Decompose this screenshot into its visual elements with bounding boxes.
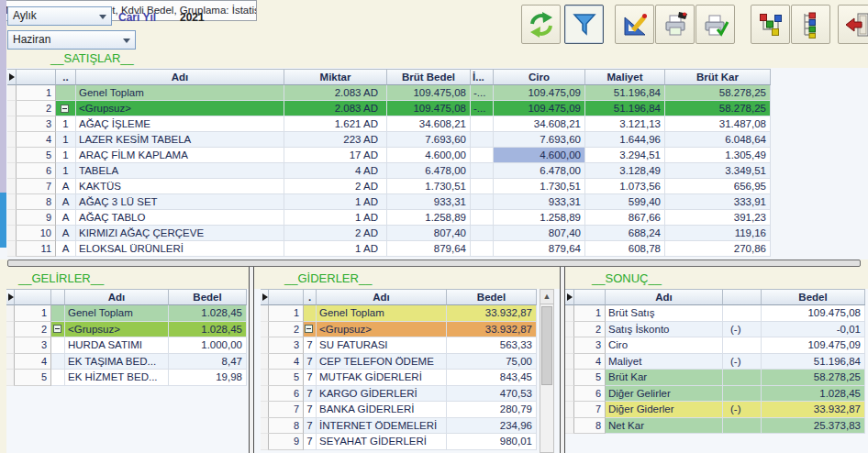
filter-button[interactable] — [564, 5, 604, 44]
report-design-button[interactable] — [615, 5, 654, 44]
quantity-cell[interactable]: 2.083 AD — [284, 85, 387, 101]
collapse-icon[interactable] — [305, 325, 313, 333]
ciro-cell[interactable]: 807,40 — [494, 226, 585, 241]
group-code-cell[interactable]: 7 — [304, 337, 317, 354]
column-header-bedel[interactable]: Bedel — [169, 289, 247, 305]
name-cell[interactable]: Diğer Giderler — [606, 402, 723, 418]
name-cell[interactable]: Satış İskonto — [606, 322, 723, 338]
table-row[interactable]: 5 1 ARAÇ FİLM KAPLAMA 17 AD 4.600,00 4.6… — [7, 148, 771, 163]
amount-cell[interactable]: 51.196,84 — [762, 354, 865, 370]
gross-cell[interactable]: 4.600,00 — [387, 148, 471, 163]
column-header-istatistik[interactable]: İ... — [471, 69, 494, 85]
group-code-cell[interactable]: A — [56, 179, 76, 194]
group-code-cell[interactable]: A — [56, 210, 76, 226]
amount-cell[interactable]: 33.932,87 — [447, 322, 537, 338]
tree-list-view-button[interactable] — [791, 5, 830, 44]
quantity-cell[interactable]: 1.621 AD — [284, 116, 387, 132]
row-number[interactable]: 4 — [574, 354, 606, 370]
print-export-button[interactable] — [655, 5, 695, 44]
gross-cell[interactable]: 109.475,08 — [387, 85, 471, 101]
table-row[interactable]: 10 A KIRMIZI AĞAÇ ÇERÇEVE 2 AD 807,40 80… — [7, 226, 771, 241]
gross-cell[interactable]: 6.478,00 — [387, 163, 471, 179]
row-number[interactable]: 4 — [15, 354, 51, 370]
istatistik-cell[interactable] — [471, 148, 494, 163]
amount-cell[interactable]: 1.000,00 — [169, 337, 247, 354]
expenses-vertical-scrollbar[interactable]: ▲ — [540, 289, 554, 453]
sign-cell[interactable] — [723, 370, 762, 386]
name-cell[interactable]: Maliyet — [606, 354, 723, 370]
ciro-cell[interactable]: 879,64 — [494, 241, 585, 257]
table-row[interactable]: 4 Maliyet (-) 51.196,84 — [565, 354, 865, 370]
group-code-cell[interactable]: A — [56, 241, 76, 257]
row-number[interactable]: 3 — [269, 337, 304, 354]
ciro-cell[interactable]: 1.258,89 — [494, 210, 585, 226]
istatistik-cell[interactable] — [471, 226, 494, 241]
column-header-rownum[interactable] — [574, 289, 606, 305]
table-row[interactable]: 1 Genel Toplam 1.028,45 — [6, 305, 247, 322]
quantity-cell[interactable]: 17 AD — [284, 148, 387, 163]
column-header-miktar[interactable]: Miktar — [284, 69, 387, 85]
cost-cell[interactable]: 688,24 — [585, 226, 665, 241]
expand-cell[interactable] — [51, 354, 65, 370]
expand-cell[interactable] — [51, 337, 65, 354]
name-cell[interactable]: Genel Toplam — [76, 85, 284, 101]
table-row[interactable]: 3 HURDA SATIMI 1.000,00 — [6, 337, 247, 354]
table-row[interactable]: 8 7 İNTERNET ÖDEMELERİ 234,96 — [261, 418, 537, 435]
profit-cell[interactable]: 391,23 — [665, 210, 771, 226]
table-row[interactable]: 8 Net Kar 25.373,83 — [565, 418, 865, 435]
name-cell[interactable]: Diğer Gelirler — [606, 386, 723, 403]
row-number[interactable]: 9 — [17, 210, 56, 226]
row-number[interactable]: 2 — [17, 101, 56, 116]
profit-cell[interactable]: 3.349,51 — [665, 163, 771, 179]
istatistik-cell[interactable]: -... — [471, 101, 494, 116]
ciro-cell[interactable]: 109.475,09 — [494, 101, 585, 116]
row-number[interactable]: 3 — [15, 337, 51, 354]
name-cell[interactable]: ELOKSAL ÜRÜNLERİ — [76, 241, 284, 257]
row-number[interactable]: 3 — [574, 337, 606, 354]
cost-cell[interactable]: 608,78 — [585, 241, 665, 257]
hierarchy-view-button[interactable] — [751, 5, 790, 44]
ciro-cell[interactable]: 109.475,09 — [494, 85, 585, 101]
scroll-up-icon[interactable]: ▲ — [540, 290, 553, 304]
table-row[interactable]: 1 Genel Toplam 33.932,87 — [261, 305, 537, 322]
collapse-icon[interactable] — [53, 325, 61, 333]
panel-splitter[interactable] — [560, 267, 565, 453]
amount-cell[interactable]: 19,98 — [169, 370, 247, 386]
amount-cell[interactable]: 470,53 — [447, 386, 537, 403]
group-code-cell[interactable] — [56, 85, 76, 101]
row-number[interactable]: 10 — [17, 226, 56, 241]
row-number[interactable]: 4 — [17, 132, 56, 148]
gross-cell[interactable]: 933,31 — [387, 194, 471, 210]
column-header-brut-kar[interactable]: Brüt Kar — [665, 69, 771, 85]
name-cell[interactable]: SU FATURASI — [317, 337, 447, 354]
row-number[interactable]: 1 — [15, 305, 51, 322]
table-row[interactable]: 7 Diğer Giderler (-) 33.932,87 — [565, 402, 865, 418]
amount-cell[interactable]: 1.028,45 — [169, 322, 247, 338]
column-header-rownum[interactable] — [269, 289, 304, 305]
group-code-cell[interactable]: 7 — [304, 386, 317, 403]
cost-cell[interactable]: 599,40 — [585, 194, 665, 210]
table-row[interactable]: 5 7 MUTFAK GİDERLERİ 843,45 — [261, 370, 537, 386]
name-cell[interactable]: CEP TELEFON ÖDEME — [317, 354, 447, 370]
cost-cell[interactable]: 51.196,84 — [585, 101, 665, 116]
sign-cell[interactable] — [723, 418, 762, 435]
istatistik-cell[interactable] — [471, 179, 494, 194]
month-select[interactable]: Haziran — [7, 30, 136, 50]
row-number[interactable]: 3 — [17, 116, 56, 132]
cost-cell[interactable]: 3.128,49 — [585, 163, 665, 179]
amount-cell[interactable]: 1.028,45 — [169, 305, 247, 322]
gross-cell[interactable]: 807,40 — [387, 226, 471, 241]
column-header-code[interactable]: .. — [56, 69, 76, 85]
period-type-select[interactable]: Aylık — [7, 6, 112, 26]
table-row[interactable]: 1 Brüt Satış 109.475,08 — [565, 305, 865, 322]
table-row[interactable]: 9 7 SEYAHAT GİDERLERİ 980,01 — [261, 434, 537, 450]
name-cell[interactable]: KIRMIZI AĞAÇ ÇERÇEVE — [76, 226, 284, 241]
row-number[interactable]: 1 — [269, 305, 304, 322]
profit-cell[interactable]: 58.278,25 — [665, 101, 771, 116]
table-row[interactable]: 3 1 AĞAÇ İŞLEME 1.621 AD 34.608,21 34.60… — [7, 116, 771, 132]
scrollbar-thumb[interactable] — [541, 306, 552, 385]
expand-cell[interactable] — [51, 305, 65, 322]
table-row[interactable]: 5 Brüt Kar 58.278,25 — [565, 370, 865, 386]
cost-cell[interactable]: 1.073,56 — [585, 179, 665, 194]
cost-cell[interactable]: 3.294,51 — [585, 148, 665, 163]
